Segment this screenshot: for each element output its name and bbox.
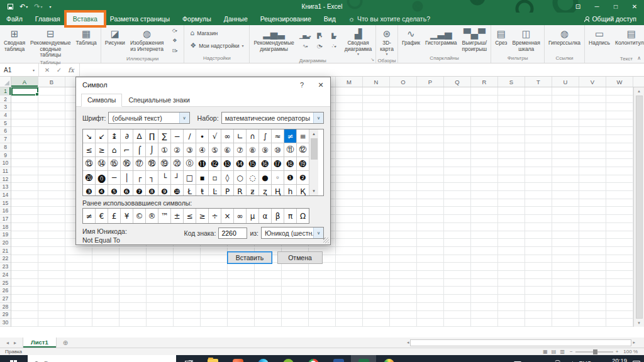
symbol-cell[interactable]: √ — [209, 129, 221, 143]
maximize-button[interactable]: □ — [606, 0, 625, 13]
dialog-title-bar[interactable]: Символ ? ✕ — [76, 77, 330, 92]
recent-symbol-cell[interactable]: € — [96, 209, 108, 223]
symbol-scroll-up-icon[interactable]: ▴ — [313, 129, 315, 138]
recent-symbol-cell[interactable]: ≠ — [83, 209, 95, 223]
row-header-12[interactable]: 12 — [0, 175, 11, 184]
symbol-cell[interactable]: ʐ — [259, 185, 271, 196]
formula-input[interactable] — [80, 63, 644, 76]
symbol-cell[interactable]: ⓯ — [247, 157, 258, 170]
symbol-cell[interactable]: ❷ — [297, 171, 309, 184]
row-header-9[interactable]: 9 — [0, 151, 11, 160]
tab-symbols[interactable]: Символы — [81, 94, 122, 107]
tab-home[interactable]: Главная — [29, 13, 67, 25]
zoom-level[interactable]: 100 % — [623, 349, 638, 354]
symbol-cell[interactable]: Қ — [297, 185, 309, 196]
symbol-cell[interactable]: ↘ — [83, 129, 95, 143]
row-header-20[interactable]: 20 — [0, 239, 11, 247]
symbol-grid-scrollbar[interactable]: ▴ ▾ — [309, 129, 318, 195]
store-button[interactable]: ⌂Магазин — [187, 28, 247, 38]
recent-symbol-cell[interactable]: α — [259, 209, 271, 223]
char-code-input[interactable] — [218, 228, 247, 239]
row-header-6[interactable]: 6 — [0, 127, 11, 135]
sheet-tab-list1[interactable]: Лист1 — [23, 337, 57, 348]
scroll-right-icon[interactable]: ▸ — [633, 340, 635, 345]
row-header-27[interactable]: 27 — [0, 295, 11, 303]
symbol-cell[interactable]: ⑧ — [247, 143, 258, 156]
symbol-cell[interactable]: ◊ — [221, 171, 233, 184]
row-header-13[interactable]: 13 — [0, 183, 11, 191]
recent-symbol-cell[interactable]: ¥ — [121, 209, 133, 223]
tab-file[interactable]: Файл — [0, 13, 29, 25]
symbol-cell[interactable]: ⑤ — [209, 143, 221, 156]
row-header-3[interactable]: 3 — [0, 103, 11, 111]
cancel-button[interactable]: Отмена — [277, 251, 323, 264]
column-header-T[interactable]: T — [525, 77, 552, 87]
wifi-icon[interactable] — [553, 360, 562, 362]
recommended-charts-button[interactable]: ▂▅▃Рекомендуемые диаграммы — [251, 26, 296, 57]
row-header-18[interactable]: 18 — [0, 223, 11, 231]
save-button[interactable] — [5, 1, 16, 12]
row-header-21[interactable]: 21 — [0, 247, 11, 255]
zoom-out-button[interactable]: − — [570, 349, 573, 354]
pivot-table-button[interactable]: ⊞Сводная таблица — [1, 26, 28, 59]
vertical-scrollbar[interactable]: ▴ ▾ — [633, 87, 644, 327]
taskbar-office-button[interactable] — [225, 355, 250, 362]
symbol-cell[interactable]: ❸ — [83, 185, 95, 196]
symbol-cell[interactable]: ⑩ — [272, 143, 284, 156]
taskbar-excel-button[interactable]: x — [351, 355, 376, 362]
taskbar-search-box[interactable] — [28, 355, 176, 362]
sparkline-winloss-button[interactable]: ▀▄▀Выигрыш/ проигрыш — [460, 26, 490, 55]
recent-symbol-cell[interactable]: ™ — [158, 209, 170, 223]
symbol-cell[interactable]: ⑲ — [158, 157, 170, 170]
symbol-cell[interactable]: ⓰ — [259, 157, 271, 170]
taskbar-paint-app-button[interactable] — [376, 355, 401, 362]
hyperlink-button[interactable]: ◍Гиперссылка — [546, 26, 583, 55]
symbol-cell[interactable]: ∂ — [121, 129, 133, 143]
symbol-cell[interactable]: ⓴ — [83, 171, 95, 184]
column-header-N[interactable]: N — [363, 77, 390, 87]
column-header-M[interactable]: M — [336, 77, 363, 87]
slicer-button[interactable]: ▤Срез — [492, 26, 509, 55]
shapes-button[interactable]: ◇▾ — [167, 26, 181, 35]
row-header-8[interactable]: 8 — [0, 143, 11, 151]
row-header-24[interactable]: 24 — [0, 271, 11, 279]
tab-formulas[interactable]: Формулы — [176, 13, 218, 25]
prev-sheet-icon[interactable]: ◂ — [6, 340, 9, 346]
row-header-7[interactable]: 7 — [0, 135, 11, 143]
symbol-cell[interactable]: ◌ — [247, 171, 258, 184]
symbol-cell[interactable]: ⑯ — [121, 157, 133, 170]
selected-cell-a1[interactable] — [11, 87, 38, 96]
subset-select[interactable]: математические операторы ∨ — [221, 112, 324, 124]
share-button[interactable]: Общий доступ — [577, 13, 644, 25]
3d-map-button[interactable]: ⊛3D- карта▾ — [377, 26, 396, 57]
recommended-pivot-tables-button[interactable]: ⊟Рекомендуемые сводные таблицы — [28, 26, 73, 59]
row-header-29[interactable]: 29 — [0, 310, 11, 319]
taskbar-file-explorer-button[interactable] — [200, 355, 225, 362]
symbol-cell[interactable]: ↨ — [108, 129, 120, 143]
scroll-down-icon[interactable]: ▾ — [638, 321, 640, 326]
symbol-cell[interactable]: ④ — [196, 143, 208, 156]
pivot-chart-button[interactable]: ▟Сводная диаграмма▾ — [342, 26, 374, 57]
dialog-resize-grip[interactable] — [323, 238, 329, 243]
screenshot-button[interactable]: ⊡▾ — [167, 46, 181, 55]
scroll-up-icon[interactable]: ▴ — [638, 89, 640, 94]
symbol-cell[interactable]: ≈ — [272, 129, 284, 143]
formula-cancel-button[interactable]: ✕ — [42, 67, 53, 74]
symbol-cell[interactable]: ⑨ — [259, 143, 271, 156]
symbol-cell[interactable]: ⑪ — [284, 143, 296, 156]
recent-symbol-cell[interactable]: ∞ — [234, 209, 246, 223]
insert-hierarchy-chart-button[interactable]: ▛▾ — [313, 31, 326, 41]
symbol-cell[interactable]: ⑭ — [96, 157, 108, 170]
row-header-2[interactable]: 2 — [0, 96, 11, 104]
column-header-U[interactable]: U — [552, 77, 579, 87]
symbol-cell[interactable]: ⓱ — [272, 157, 284, 170]
symbol-cell[interactable]: Ң — [272, 185, 284, 196]
table-button[interactable]: ▦Таблица — [73, 26, 99, 59]
symbol-cell[interactable]: ┘ — [171, 171, 183, 184]
symbol-cell[interactable]: ⑫ — [297, 143, 309, 156]
symbol-cell[interactable]: □ — [184, 171, 196, 184]
symbol-cell[interactable]: ∆ — [133, 129, 145, 143]
timeline-button[interactable]: ◫Временная шкала — [510, 26, 543, 55]
column-header-W[interactable]: W — [606, 77, 633, 87]
tab-insert[interactable]: Вставка — [67, 13, 104, 25]
